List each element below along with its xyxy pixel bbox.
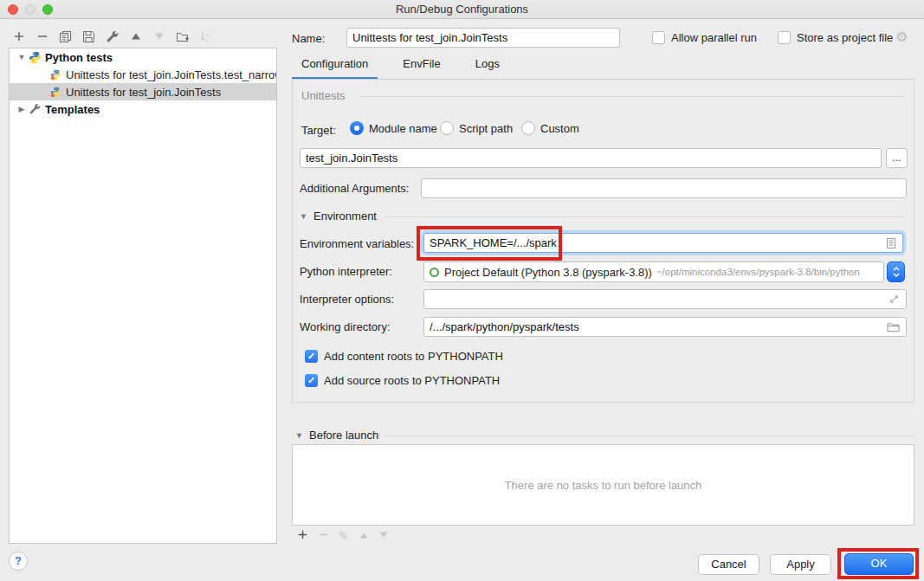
chevron-down-icon[interactable]: ▼ [295,431,303,440]
target-option-label: Module name [369,122,437,135]
sort-configurations-icon: az [194,27,217,46]
zoom-window-button[interactable] [42,4,53,15]
save-configuration-icon[interactable] [77,27,100,46]
tree-item-label: Unittests for test_join.JoinTests [66,86,221,99]
divider [384,216,905,217]
move-up-icon[interactable] [124,27,147,46]
tree-item-templates[interactable]: ▶ Templates [10,100,276,118]
target-radio-custom[interactable]: Custom [521,121,579,135]
additional-arguments-label: Additional Arguments: [300,182,409,195]
interpreter-options-input[interactable] [423,289,907,309]
move-down-icon [147,27,171,46]
run-debug-configurations-dialog: Run/Debug Configurations [0,0,924,581]
radio-unselected-icon[interactable] [440,121,454,135]
edit-task-icon: ✎ [339,529,349,543]
add-content-roots-label: Add content roots to PYTHONPATH [324,350,503,363]
tree-item-label: Templates [45,103,100,116]
svg-text:a: a [206,31,210,36]
tab-configuration[interactable]: Configuration [292,57,378,80]
conda-environment-icon [430,268,439,277]
tree-item-label: Python tests [45,51,113,64]
environment-section-title: Environment [313,210,377,223]
chevron-right-icon[interactable]: ▶ [16,105,27,113]
tree-item-label: Unittests for test_join.JoinTests.test_n… [66,68,277,81]
name-input[interactable] [346,28,620,48]
add-source-roots-checkbox[interactable]: ✓ Add source roots to PYTHONPATH [305,374,500,387]
divider [360,96,905,97]
before-launch-task-list[interactable]: There are no tasks to run before launch [292,444,914,526]
store-as-project-file-label: Store as project file [797,31,893,44]
configuration-panel: Unittests Target: Module name Script pat… [292,80,914,403]
add-content-roots-checkbox[interactable]: ✓ Add content roots to PYTHONPATH [305,350,503,363]
remove-task-icon [318,529,329,543]
divider [384,436,914,436]
copy-configuration-icon[interactable] [54,27,77,46]
remove-icon[interactable] [30,27,54,46]
additional-arguments-input[interactable] [421,178,907,198]
environment-variables-input[interactable] [423,233,903,253]
working-directory-input[interactable] [423,317,907,337]
minimize-window-button [25,4,36,15]
working-directory-label: Working directory: [300,320,391,333]
move-task-down-icon [378,529,389,543]
allow-parallel-run-label: Allow parallel run [671,31,757,44]
tab-logs[interactable]: Logs [466,57,509,80]
cancel-button[interactable]: Cancel [698,554,759,575]
svg-text:z: z [206,37,209,42]
target-radio-script-path[interactable]: Script path [440,121,513,135]
edit-templates-icon[interactable] [100,27,124,46]
dropdown-stepper-icon[interactable] [887,261,905,282]
tree-item-python-tests[interactable]: ▼ Python tests [10,48,276,66]
target-radio-module-name[interactable]: Module name [350,121,437,135]
gear-icon[interactable]: ⚙ [895,29,908,45]
python-interpreter-label: Python interpreter: [300,265,392,278]
browse-variables-icon[interactable] [885,237,897,252]
titlebar: Run/Debug Configurations [0,0,924,19]
target-input[interactable] [300,148,882,168]
folder-icon[interactable] [887,321,900,335]
expand-field-icon[interactable] [888,294,900,307]
python-icon [27,51,42,64]
checkbox-unchecked-icon[interactable] [652,31,665,44]
tab-envfile[interactable]: EnvFile [393,57,449,80]
wrench-icon [27,103,42,115]
configurations-toolbar: az [7,26,217,47]
checkbox-checked-icon[interactable]: ✓ [305,350,318,363]
before-launch-section-title: Before launch [309,429,378,442]
radio-unselected-icon[interactable] [521,121,535,135]
chevron-down-icon[interactable]: ▼ [16,53,27,61]
help-button[interactable]: ? [9,552,28,571]
tree-item-unittest-narrow[interactable]: Unittests for test_join.JoinTests.test_n… [10,66,276,83]
python-interpreter-select[interactable]: Project Default (Python 3.8 (pyspark-3.8… [423,261,884,282]
python-interpreter-path: ~/opt/miniconda3/envs/pyspark-3.8/bin/py… [656,267,860,277]
store-as-project-file-checkbox[interactable]: Store as project file [778,31,893,44]
python-test-icon [48,69,63,81]
checkbox-checked-icon[interactable]: ✓ [305,374,318,387]
before-launch-toolbar: ✎ [297,528,389,544]
browse-button[interactable]: ... [886,148,908,168]
checkbox-unchecked-icon[interactable] [778,31,791,44]
configurations-tree: ▼ Python tests Unittests for test_join.J… [9,48,277,544]
allow-parallel-run-checkbox[interactable]: Allow parallel run [652,31,757,44]
tree-item-unittest-jointests[interactable]: Unittests for test_join.JoinTests [10,83,276,100]
add-icon[interactable] [7,27,30,46]
configuration-tabs: Configuration EnvFile Logs [292,57,525,80]
move-task-up-icon [359,529,369,543]
apply-button[interactable]: Apply [770,554,831,575]
chevron-down-icon[interactable]: ▼ [300,212,307,221]
target-option-label: Custom [540,122,579,135]
interpreter-options-label: Interpreter options: [300,293,394,306]
unittests-group-title: Unittests [301,89,346,102]
add-source-roots-label: Add source roots to PYTHONPATH [324,374,500,387]
target-option-label: Script path [459,122,513,135]
ok-button[interactable]: OK [844,553,914,575]
target-label: Target: [301,124,336,137]
python-test-icon [48,87,63,98]
python-interpreter-value: Project Default (Python 3.8 (pyspark-3.8… [444,266,652,279]
radio-selected-icon[interactable] [350,121,364,135]
name-label: Name: [292,32,325,45]
add-task-icon[interactable] [297,529,308,543]
new-folder-icon[interactable] [171,27,194,46]
close-window-button[interactable] [8,4,18,15]
window-title: Run/Debug Configurations [0,0,924,19]
